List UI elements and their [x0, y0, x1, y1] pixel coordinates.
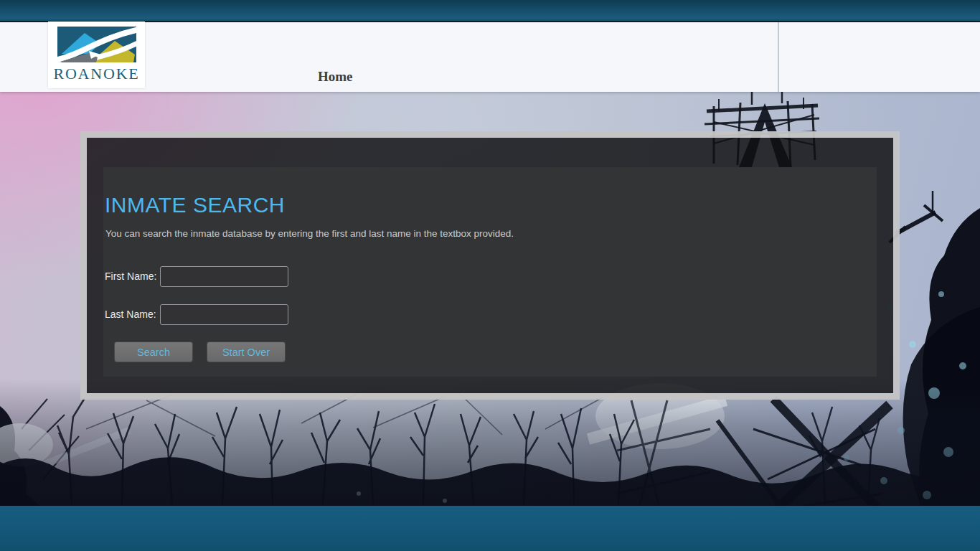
roanoke-logo[interactable]: ROANOKE: [48, 22, 145, 88]
roanoke-wordmark: ROANOKE: [48, 65, 145, 83]
page-title: INMATE SEARCH: [105, 193, 285, 217]
nav-home-link[interactable]: Home: [318, 69, 353, 85]
first-name-row: First Name:: [105, 265, 288, 287]
roanoke-mountains-icon: [57, 27, 136, 62]
first-name-input[interactable]: [160, 266, 288, 287]
last-name-label: Last Name:: [105, 309, 160, 320]
antenna-mast-line: [778, 22, 779, 92]
button-row: Search Start Over: [114, 342, 286, 362]
bottom-teal-bar: [0, 506, 980, 551]
last-name-row: Last Name:: [105, 303, 288, 325]
search-description: You can search the inmate database by en…: [105, 228, 514, 239]
last-name-input[interactable]: [160, 304, 288, 325]
top-teal-bar: [0, 0, 980, 22]
site-header: ROANOKE Home: [0, 22, 980, 92]
start-over-button[interactable]: Start Over: [207, 342, 286, 362]
inmate-search-panel: INMATE SEARCH You can search the inmate …: [103, 167, 877, 377]
inmate-search-card: INMATE SEARCH You can search the inmate …: [80, 131, 900, 400]
search-button[interactable]: Search: [114, 342, 193, 362]
first-name-label: First Name:: [105, 270, 160, 282]
